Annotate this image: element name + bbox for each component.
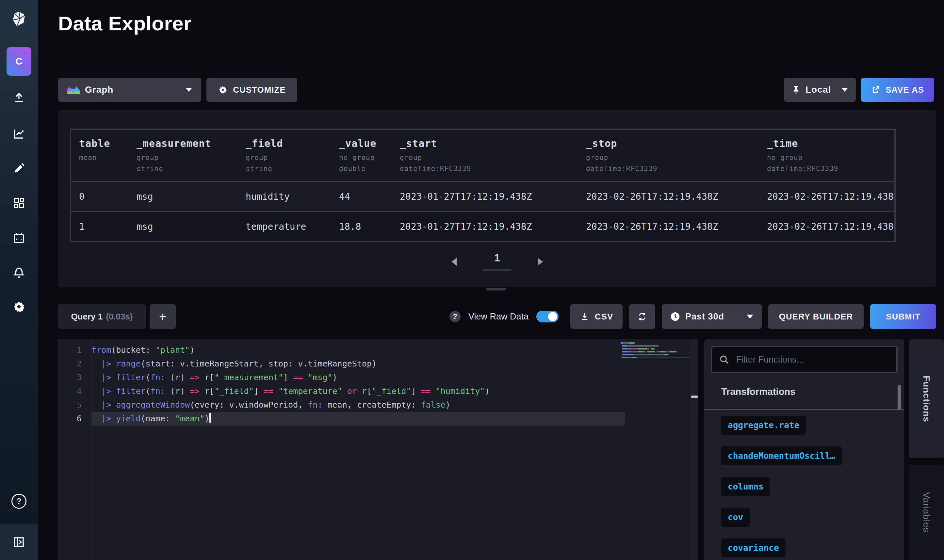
sidebar-item-alerts[interactable]	[0, 260, 38, 284]
submit-button[interactable]: SUBMIT	[870, 304, 936, 329]
table-column-header: _valueno groupdouble	[331, 130, 392, 181]
refresh-button[interactable]	[629, 304, 655, 329]
sidebar-item-help[interactable]: ?	[0, 489, 38, 513]
editor-minimap[interactable]	[621, 342, 690, 360]
influxdb-cubo-logo-icon	[11, 11, 28, 28]
help-icon: ?	[11, 494, 26, 509]
table-column-header: _measurementgroupstring	[129, 130, 238, 181]
query-builder-button[interactable]: QUERY BUILDER	[768, 304, 864, 329]
sidebar-expand-tile[interactable]	[0, 524, 38, 560]
chevron-down-icon	[747, 315, 753, 318]
save-as-label: SAVE AS	[885, 85, 924, 95]
sidebar-item-dashboards[interactable]	[0, 191, 38, 215]
time-range-label: Past 30d	[685, 312, 724, 322]
chevron-down-icon	[185, 88, 192, 92]
visualization-type-dropdown[interactable]: Graph	[58, 78, 201, 102]
code-line[interactable]: 3 |> filter(fn: (r) => r["_measurement"]…	[58, 371, 625, 385]
sidebar-logo[interactable]	[0, 0, 38, 38]
filter-functions-input[interactable]	[735, 354, 889, 366]
panel-resize-handle[interactable]	[486, 288, 506, 291]
function-chip[interactable]: columns	[721, 477, 770, 496]
flux-code-editor[interactable]: 1from(bucket: "plant")2 |> range(start: …	[58, 339, 691, 560]
chevron-down-icon	[841, 88, 848, 92]
sidebar-item-data-explorer[interactable]	[0, 122, 38, 146]
table-cell: msg	[129, 221, 238, 232]
local-dropdown[interactable]: Local	[784, 78, 856, 102]
search-icon	[719, 355, 729, 365]
divider-handle	[691, 395, 698, 398]
csv-label: CSV	[595, 312, 613, 322]
tab-variables[interactable]: Variables	[909, 465, 944, 560]
table-column-header: _timeno groupdateTime:RFC3339	[759, 130, 895, 181]
avatar-letter: C	[15, 56, 23, 67]
code-line[interactable]: 4 |> filter(fn: (r) => r["_field"] == "t…	[58, 385, 625, 398]
functions-section-title: Transformations	[721, 386, 795, 397]
gear-small-icon	[218, 85, 228, 95]
refresh-icon	[637, 311, 648, 322]
query-duration: (0.03s)	[106, 312, 133, 322]
table-cell: 2023-01-27T17:12:19.438Z	[392, 191, 578, 202]
org-avatar[interactable]: C	[6, 47, 31, 76]
code-line[interactable]: 5 |> aggregateWindow(every: v.windowPeri…	[58, 398, 625, 412]
dashboards-icon	[12, 196, 26, 210]
minimap-line	[621, 357, 690, 358]
function-chip[interactable]: aggregate.rate	[721, 416, 806, 435]
customize-button[interactable]: CUSTOMIZE	[207, 78, 297, 102]
sidebar-item-tasks[interactable]	[0, 226, 38, 250]
table-cell: 0	[71, 191, 129, 202]
view-raw-data-label: View Raw Data	[468, 312, 529, 322]
function-chip[interactable]: chandeMomentumOscill…	[721, 446, 842, 465]
bell-icon	[12, 265, 26, 279]
upload-icon	[12, 91, 26, 105]
calendar-icon	[12, 231, 26, 245]
expand-sidebar-icon	[12, 535, 25, 549]
area-chart-icon	[67, 85, 80, 94]
function-chip[interactable]: cov	[721, 508, 750, 527]
code-line[interactable]: 6 |> yield(name: "mean")	[58, 412, 625, 426]
tab-functions[interactable]: Functions	[909, 339, 944, 458]
code-line[interactable]: 2 |> range(start: v.timeRangeStart, stop…	[58, 357, 625, 371]
table-cell: 18.8	[331, 221, 392, 232]
sidebar-item-load-data[interactable]	[0, 86, 38, 110]
next-page-button[interactable]	[538, 258, 543, 266]
csv-download-button[interactable]: CSV	[570, 304, 623, 329]
table-cell: humidity	[238, 191, 331, 202]
clock-icon	[670, 312, 680, 322]
table-cell: 1	[71, 221, 129, 232]
current-page: 1	[483, 252, 512, 264]
pencil-icon	[12, 161, 26, 175]
table-header-row: tablemean_measurementgroupstring_fieldgr…	[71, 130, 895, 181]
page-indicator-bar	[483, 269, 512, 271]
sidebar-item-settings[interactable]	[0, 295, 38, 318]
time-range-dropdown[interactable]: Past 30d	[662, 304, 762, 329]
raw-data-help-icon[interactable]: ?	[449, 311, 461, 322]
submit-label: SUBMIT	[886, 312, 921, 322]
save-as-button[interactable]: SAVE AS	[861, 78, 934, 102]
minimap-line	[621, 354, 690, 355]
table-cell: 2023-02-26T17:12:19.438Z	[578, 191, 759, 202]
graph-icon	[12, 127, 26, 141]
query-tab[interactable]: Query 1 (0.03s)	[58, 304, 146, 329]
filter-functions-box	[711, 346, 898, 373]
table-column-header: _startgroupdateTime:RFC3339	[392, 130, 578, 181]
table-row: 1msgtemperature18.82023-01-27T17:12:19.4…	[71, 211, 895, 241]
toggle-knob	[548, 312, 557, 321]
functions-scrollbar[interactable]	[898, 385, 901, 410]
editor-panel-divider[interactable]	[691, 339, 698, 560]
functions-panel: Transformations aggregate.ratechandeMome…	[704, 339, 904, 560]
minimap-line	[621, 345, 690, 346]
section-separator	[704, 409, 904, 410]
add-query-button[interactable]: +	[150, 304, 176, 329]
download-icon	[580, 312, 589, 322]
table-cell: 2023-02-26T17:12:19.438Z	[759, 191, 895, 202]
sidebar-item-notebooks[interactable]	[0, 157, 38, 180]
prev-page-button[interactable]	[452, 258, 457, 266]
code-line[interactable]: 1from(bucket: "plant")	[58, 343, 625, 357]
table-column-header: tablemean	[71, 130, 129, 181]
table-cell: 2023-02-26T17:12:19.438Z	[759, 221, 895, 232]
view-raw-data-toggle[interactable]	[536, 311, 558, 322]
query-tab-label: Query 1	[71, 312, 103, 322]
table-cell: msg	[129, 191, 238, 202]
function-chip[interactable]: covariance	[721, 538, 785, 557]
export-icon	[871, 85, 880, 94]
